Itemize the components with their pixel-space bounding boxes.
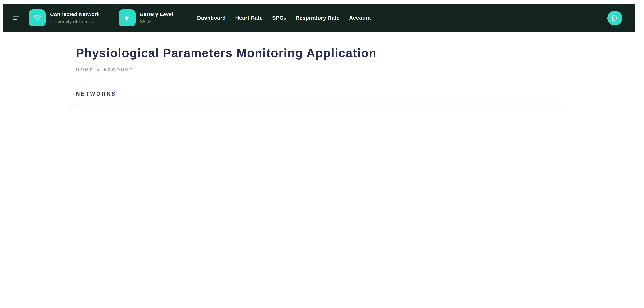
breadcrumb-current: ACCOUNT (103, 67, 133, 72)
battery-badge (118, 10, 135, 26)
connected-network-texts: Connected Network University of Patras (50, 11, 100, 24)
nav-link-spo2[interactable]: SPO₂ (272, 15, 286, 21)
nav-link-heart-rate[interactable]: Heart Rate (235, 15, 263, 21)
battery-widget: Battery Level 88 % (118, 10, 173, 26)
logout-button[interactable] (608, 10, 622, 25)
top-navbar: Connected Network University of Patras B… (3, 4, 635, 32)
menu-bar (13, 16, 19, 17)
page-title: Physiological Parameters Monitoring Appl… (76, 46, 376, 60)
battery-value: 88 % (140, 19, 173, 24)
nav-links: Dashboard Heart Rate SPO₂ Respiratory Ra… (197, 15, 371, 21)
connected-network-value: University of Patras (50, 19, 100, 24)
networks-section-heading: NETWORKS (76, 91, 557, 97)
section-divider (124, 94, 557, 94)
networks-table-card: DEVICE ID SSID LATEST CONNECTION CONNECT… (72, 105, 565, 110)
nav-link-respiratory-rate[interactable]: Respiratory Rate (296, 15, 340, 21)
wifi-badge (29, 10, 46, 26)
connected-network-label: Connected Network (50, 11, 100, 17)
nav-link-account[interactable]: Account (349, 15, 371, 21)
breadcrumb-separator: > (97, 67, 100, 72)
logout-icon (611, 14, 619, 22)
battery-label: Battery Level (140, 11, 173, 17)
lightning-icon (123, 14, 131, 22)
menu-bar (13, 19, 17, 20)
connected-network-widget: Connected Network University of Patras (29, 10, 100, 26)
breadcrumb: HOME > ACCOUNT (76, 67, 133, 72)
battery-texts: Battery Level 88 % (140, 11, 173, 24)
networks-section-title: NETWORKS (76, 91, 116, 97)
app-window: Connected Network University of Patras B… (0, 0, 644, 110)
nav-link-dashboard[interactable]: Dashboard (197, 15, 226, 21)
wifi-icon (32, 13, 42, 23)
table-header-row: DEVICE ID SSID LATEST CONNECTION CONNECT… (72, 105, 564, 110)
breadcrumb-home[interactable]: HOME (76, 67, 94, 72)
menu-icon[interactable] (13, 15, 20, 20)
